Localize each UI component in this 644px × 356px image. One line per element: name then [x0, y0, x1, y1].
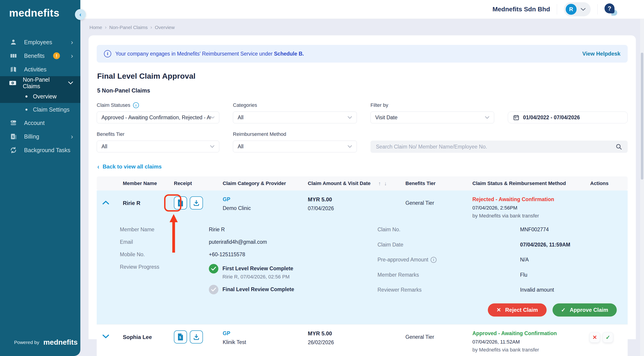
visit-date: 26/02/2026 — [308, 340, 392, 346]
server-icon — [9, 119, 18, 127]
filter-claim-statuses: Claim Statuses i Approved - Awaiting Con… — [97, 102, 219, 123]
sort-arrows-icon[interactable]: ↑ ↓ — [378, 180, 388, 187]
sidebar-item-overview[interactable]: Overview — [0, 90, 80, 103]
sidebar-item-employees[interactable]: Employees › — [0, 35, 80, 49]
chevron-down-icon — [68, 81, 73, 85]
view-helpdesk-link[interactable]: View Helpdesk — [582, 51, 620, 57]
receipt-buttons: $ — [166, 196, 215, 219]
detail-label: Pre-approved Amount i — [378, 257, 520, 263]
claim-statuses-select[interactable]: Approved - Awaiting Confirmation, Reject… — [97, 112, 219, 123]
sidebar-collapse-button[interactable]: ‹ — [75, 9, 86, 20]
page-scrollbar[interactable] — [640, 18, 644, 356]
download-receipt-button[interactable] — [190, 196, 203, 209]
reject-claim-button[interactable]: ✕ Reject Claim — [488, 303, 546, 317]
breadcrumb-separator: › — [105, 24, 106, 30]
sidebar-item-billing[interactable]: $ Billing › — [0, 130, 80, 143]
check-circle-icon — [209, 264, 218, 273]
detail-value: puterirafid4h@gmail.com — [209, 239, 378, 245]
status-method: by Mednefits via bank transfer — [472, 213, 582, 219]
scrollbar-thumb[interactable] — [641, 53, 643, 179]
filter-by-label: Filter by — [370, 102, 494, 108]
chevron-down-icon — [348, 145, 352, 148]
category-provider: GP Klinik Test — [215, 330, 300, 345]
sidebar-item-non-panel-claims[interactable]: Non-Panel Claims — [0, 76, 80, 90]
search-input[interactable] — [376, 144, 616, 150]
benefits-tier-select[interactable]: All — [97, 141, 219, 152]
col-benefits-tier: Benefits Tier — [392, 180, 460, 186]
claim-details-right: Claim No. MNF002774 Claim Date 07/04/202… — [378, 226, 628, 294]
breadcrumb-home[interactable]: Home — [90, 25, 102, 30]
category-provider: GP Demo Clinic — [215, 196, 300, 219]
detail-value: Ririe R — [209, 226, 378, 233]
review-step-complete: First Level Review Complete Ririe R, 07/… — [209, 264, 378, 280]
info-icon[interactable]: i — [133, 102, 139, 108]
row-actions: ✕ ✓ — [582, 330, 628, 343]
chevron-down-icon — [581, 8, 586, 11]
sidebar-item-label: Benefits — [24, 53, 44, 59]
status-badge: Rejected - Awaiting Confirmation — [472, 196, 582, 202]
view-receipt-button[interactable]: $ — [174, 330, 187, 344]
claim-status: Rejected - Awaiting Confirmation 07/04/2… — [460, 196, 582, 219]
step-title: Final Level Review Complete — [222, 285, 294, 293]
date-range-picker[interactable]: 01/04/2022 - 07/04/2026 — [508, 112, 628, 123]
receipt-buttons: $ — [166, 330, 215, 344]
step-subtitle: Ririe R, 07/04/2026, 02:56 PM — [222, 274, 293, 280]
approve-claim-button[interactable]: ✓ Approve Claim — [552, 303, 617, 317]
col-status-method: Claim Status & Reimbursement Method — [460, 180, 582, 186]
search-bar — [370, 141, 628, 153]
col-category-provider: Claim Category & Provider — [215, 180, 300, 186]
status-badge: Approved - Awaiting Confirmation — [472, 330, 582, 337]
detail-label: Member Remarks — [378, 272, 520, 278]
claim-details: Member Name Ririe R Email puterirafid4h@… — [120, 226, 628, 294]
check-circle-icon — [209, 285, 218, 294]
breadcrumb-non-panel-claims[interactable]: Non-Panel Claims — [109, 25, 148, 30]
approve-button[interactable]: ✓ — [603, 332, 613, 343]
col-member-name: Member Name — [115, 180, 166, 186]
app-window: mednefits ‹ Employees › Benefits ! › — [0, 0, 644, 356]
detail-label: Mobile No. — [120, 251, 209, 258]
chevron-down-icon — [348, 116, 352, 119]
expand-row-button[interactable] — [97, 330, 115, 339]
receipt-document-icon: $ — [177, 333, 184, 341]
view-receipt-button[interactable]: $ — [174, 196, 187, 209]
detail-label: Email — [120, 239, 209, 245]
divider — [557, 4, 557, 14]
download-receipt-button[interactable] — [190, 330, 203, 344]
pre-approved-amount-value: N/A — [520, 257, 628, 263]
banknote-icon — [9, 79, 16, 87]
search-icon[interactable] — [616, 143, 622, 150]
categories-select[interactable]: All — [233, 112, 357, 123]
sidebar-item-activities[interactable]: Activities — [0, 63, 80, 76]
reject-button[interactable]: ✕ — [590, 332, 600, 343]
collapse-row-button[interactable] — [97, 196, 115, 219]
sidebar-item-benefits[interactable]: Benefits ! › — [0, 49, 80, 63]
claim-date-value: 07/04/2026, 11:59AM — [520, 242, 628, 248]
reimbursement-method-select[interactable]: All — [233, 141, 357, 152]
svg-text:$: $ — [179, 201, 181, 205]
receipt-document-icon: $ — [177, 199, 184, 207]
breadcrumb-overview: Overview — [155, 25, 175, 30]
reimbursement-method-label: Reimbursement Method — [233, 131, 357, 137]
sidebar-item-background-tasks[interactable]: Background Tasks — [0, 143, 80, 157]
col-actions: Actions — [582, 180, 628, 186]
filter-by-select[interactable]: Visit Date — [370, 112, 494, 123]
sidebar-footer: Powered by mednefits — [0, 338, 80, 356]
status-time: 07/04/2026, 2:56PM — [472, 205, 582, 211]
back-to-all-claims-link[interactable]: ‹ Back to view all claims — [97, 163, 627, 171]
banner-text: Your company engages in Mednefits' Reimb… — [115, 51, 304, 57]
help-button[interactable]: ? — [604, 3, 616, 15]
sidebar-item-claim-settings[interactable]: Claim Settings — [0, 103, 80, 116]
member-remarks-value: Flu — [520, 272, 628, 278]
member-name: Sophia Lee — [115, 330, 166, 340]
sidebar-item-label: Non-Panel Claims — [23, 76, 62, 90]
info-icon[interactable]: i — [430, 257, 436, 263]
user-menu[interactable]: R — [564, 2, 591, 16]
sidebar-item-account[interactable]: Account — [0, 116, 80, 130]
download-icon — [193, 334, 200, 340]
amount-visit-date: MYR 5.00 26/02/2026 — [300, 330, 392, 346]
sidebar-item-label: Billing — [24, 133, 39, 140]
sidebar-nav: Employees › Benefits ! › Activities — [0, 35, 80, 338]
breadcrumb-separator: › — [150, 24, 152, 30]
content-area: Home › Non-Panel Claims › Overview i You… — [80, 18, 644, 356]
claim-details-left: Member Name Ririe R Email puterirafid4h@… — [120, 226, 378, 294]
